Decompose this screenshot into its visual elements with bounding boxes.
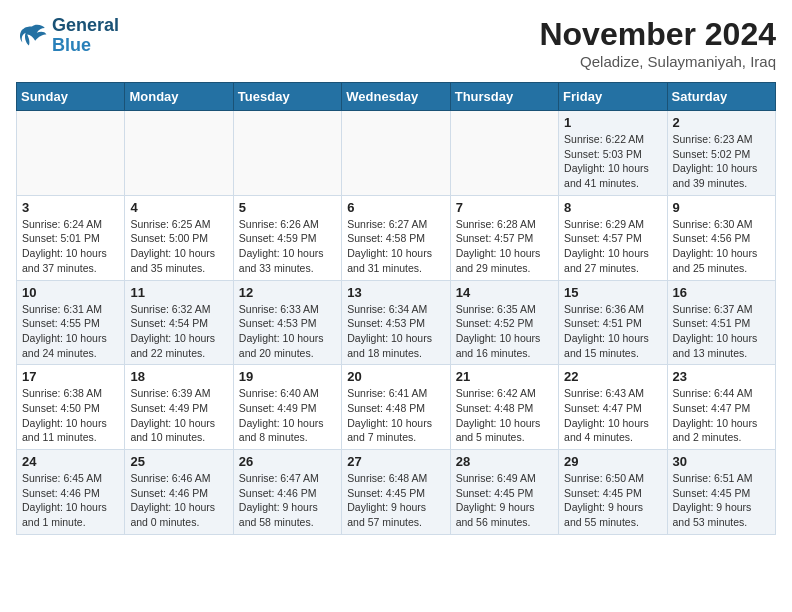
cell-detail: Sunrise: 6:47 AM Sunset: 4:46 PM Dayligh… (239, 471, 336, 530)
calendar-cell: 19Sunrise: 6:40 AM Sunset: 4:49 PM Dayli… (233, 365, 341, 450)
day-number: 29 (564, 454, 661, 469)
calendar-cell: 26Sunrise: 6:47 AM Sunset: 4:46 PM Dayli… (233, 450, 341, 535)
calendar-cell (233, 111, 341, 196)
calendar-cell (450, 111, 558, 196)
cell-detail: Sunrise: 6:27 AM Sunset: 4:58 PM Dayligh… (347, 217, 444, 276)
calendar-cell: 3Sunrise: 6:24 AM Sunset: 5:01 PM Daylig… (17, 195, 125, 280)
calendar-cell: 27Sunrise: 6:48 AM Sunset: 4:45 PM Dayli… (342, 450, 450, 535)
cell-detail: Sunrise: 6:32 AM Sunset: 4:54 PM Dayligh… (130, 302, 227, 361)
calendar-cell (125, 111, 233, 196)
calendar-cell: 8Sunrise: 6:29 AM Sunset: 4:57 PM Daylig… (559, 195, 667, 280)
day-number: 8 (564, 200, 661, 215)
cell-detail: Sunrise: 6:40 AM Sunset: 4:49 PM Dayligh… (239, 386, 336, 445)
cell-detail: Sunrise: 6:49 AM Sunset: 4:45 PM Dayligh… (456, 471, 553, 530)
calendar-cell: 7Sunrise: 6:28 AM Sunset: 4:57 PM Daylig… (450, 195, 558, 280)
calendar-cell: 20Sunrise: 6:41 AM Sunset: 4:48 PM Dayli… (342, 365, 450, 450)
day-number: 17 (22, 369, 119, 384)
day-number: 10 (22, 285, 119, 300)
calendar-cell: 11Sunrise: 6:32 AM Sunset: 4:54 PM Dayli… (125, 280, 233, 365)
cell-detail: Sunrise: 6:42 AM Sunset: 4:48 PM Dayligh… (456, 386, 553, 445)
calendar-cell: 16Sunrise: 6:37 AM Sunset: 4:51 PM Dayli… (667, 280, 775, 365)
day-number: 2 (673, 115, 770, 130)
day-number: 23 (673, 369, 770, 384)
calendar-cell (342, 111, 450, 196)
logo: General Blue (16, 16, 119, 56)
day-number: 14 (456, 285, 553, 300)
column-header-thursday: Thursday (450, 83, 558, 111)
day-number: 28 (456, 454, 553, 469)
cell-detail: Sunrise: 6:39 AM Sunset: 4:49 PM Dayligh… (130, 386, 227, 445)
logo-icon (16, 20, 48, 52)
cell-detail: Sunrise: 6:23 AM Sunset: 5:02 PM Dayligh… (673, 132, 770, 191)
day-number: 24 (22, 454, 119, 469)
cell-detail: Sunrise: 6:30 AM Sunset: 4:56 PM Dayligh… (673, 217, 770, 276)
cell-detail: Sunrise: 6:24 AM Sunset: 5:01 PM Dayligh… (22, 217, 119, 276)
column-header-tuesday: Tuesday (233, 83, 341, 111)
cell-detail: Sunrise: 6:44 AM Sunset: 4:47 PM Dayligh… (673, 386, 770, 445)
cell-detail: Sunrise: 6:34 AM Sunset: 4:53 PM Dayligh… (347, 302, 444, 361)
day-number: 18 (130, 369, 227, 384)
day-number: 1 (564, 115, 661, 130)
day-number: 13 (347, 285, 444, 300)
cell-detail: Sunrise: 6:36 AM Sunset: 4:51 PM Dayligh… (564, 302, 661, 361)
calendar-cell: 28Sunrise: 6:49 AM Sunset: 4:45 PM Dayli… (450, 450, 558, 535)
calendar-cell: 22Sunrise: 6:43 AM Sunset: 4:47 PM Dayli… (559, 365, 667, 450)
column-header-friday: Friday (559, 83, 667, 111)
calendar-cell: 9Sunrise: 6:30 AM Sunset: 4:56 PM Daylig… (667, 195, 775, 280)
calendar-cell: 1Sunrise: 6:22 AM Sunset: 5:03 PM Daylig… (559, 111, 667, 196)
cell-detail: Sunrise: 6:28 AM Sunset: 4:57 PM Dayligh… (456, 217, 553, 276)
day-number: 12 (239, 285, 336, 300)
calendar-cell: 13Sunrise: 6:34 AM Sunset: 4:53 PM Dayli… (342, 280, 450, 365)
calendar-cell: 15Sunrise: 6:36 AM Sunset: 4:51 PM Dayli… (559, 280, 667, 365)
day-number: 3 (22, 200, 119, 215)
cell-detail: Sunrise: 6:50 AM Sunset: 4:45 PM Dayligh… (564, 471, 661, 530)
day-number: 19 (239, 369, 336, 384)
calendar-cell: 12Sunrise: 6:33 AM Sunset: 4:53 PM Dayli… (233, 280, 341, 365)
week-row-4: 17Sunrise: 6:38 AM Sunset: 4:50 PM Dayli… (17, 365, 776, 450)
cell-detail: Sunrise: 6:41 AM Sunset: 4:48 PM Dayligh… (347, 386, 444, 445)
cell-detail: Sunrise: 6:35 AM Sunset: 4:52 PM Dayligh… (456, 302, 553, 361)
calendar-cell: 17Sunrise: 6:38 AM Sunset: 4:50 PM Dayli… (17, 365, 125, 450)
calendar-cell: 10Sunrise: 6:31 AM Sunset: 4:55 PM Dayli… (17, 280, 125, 365)
column-header-saturday: Saturday (667, 83, 775, 111)
calendar-cell: 4Sunrise: 6:25 AM Sunset: 5:00 PM Daylig… (125, 195, 233, 280)
calendar-cell: 5Sunrise: 6:26 AM Sunset: 4:59 PM Daylig… (233, 195, 341, 280)
cell-detail: Sunrise: 6:46 AM Sunset: 4:46 PM Dayligh… (130, 471, 227, 530)
calendar-table: SundayMondayTuesdayWednesdayThursdayFrid… (16, 82, 776, 535)
calendar-cell (17, 111, 125, 196)
cell-detail: Sunrise: 6:25 AM Sunset: 5:00 PM Dayligh… (130, 217, 227, 276)
column-header-sunday: Sunday (17, 83, 125, 111)
calendar-cell: 18Sunrise: 6:39 AM Sunset: 4:49 PM Dayli… (125, 365, 233, 450)
day-number: 5 (239, 200, 336, 215)
day-number: 30 (673, 454, 770, 469)
day-number: 9 (673, 200, 770, 215)
day-number: 26 (239, 454, 336, 469)
cell-detail: Sunrise: 6:26 AM Sunset: 4:59 PM Dayligh… (239, 217, 336, 276)
cell-detail: Sunrise: 6:51 AM Sunset: 4:45 PM Dayligh… (673, 471, 770, 530)
location: Qeladize, Sulaymaniyah, Iraq (539, 53, 776, 70)
calendar-cell: 23Sunrise: 6:44 AM Sunset: 4:47 PM Dayli… (667, 365, 775, 450)
calendar-cell: 14Sunrise: 6:35 AM Sunset: 4:52 PM Dayli… (450, 280, 558, 365)
column-header-monday: Monday (125, 83, 233, 111)
cell-detail: Sunrise: 6:48 AM Sunset: 4:45 PM Dayligh… (347, 471, 444, 530)
cell-detail: Sunrise: 6:37 AM Sunset: 4:51 PM Dayligh… (673, 302, 770, 361)
day-number: 15 (564, 285, 661, 300)
calendar-cell: 30Sunrise: 6:51 AM Sunset: 4:45 PM Dayli… (667, 450, 775, 535)
day-number: 25 (130, 454, 227, 469)
page-header: General Blue November 2024 Qeladize, Sul… (16, 16, 776, 70)
header-row: SundayMondayTuesdayWednesdayThursdayFrid… (17, 83, 776, 111)
title-area: November 2024 Qeladize, Sulaymaniyah, Ir… (539, 16, 776, 70)
cell-detail: Sunrise: 6:31 AM Sunset: 4:55 PM Dayligh… (22, 302, 119, 361)
logo-text: General Blue (52, 16, 119, 56)
cell-detail: Sunrise: 6:33 AM Sunset: 4:53 PM Dayligh… (239, 302, 336, 361)
day-number: 7 (456, 200, 553, 215)
calendar-cell: 25Sunrise: 6:46 AM Sunset: 4:46 PM Dayli… (125, 450, 233, 535)
calendar-cell: 24Sunrise: 6:45 AM Sunset: 4:46 PM Dayli… (17, 450, 125, 535)
cell-detail: Sunrise: 6:29 AM Sunset: 4:57 PM Dayligh… (564, 217, 661, 276)
calendar-cell: 2Sunrise: 6:23 AM Sunset: 5:02 PM Daylig… (667, 111, 775, 196)
day-number: 21 (456, 369, 553, 384)
day-number: 27 (347, 454, 444, 469)
day-number: 11 (130, 285, 227, 300)
calendar-cell: 29Sunrise: 6:50 AM Sunset: 4:45 PM Dayli… (559, 450, 667, 535)
day-number: 22 (564, 369, 661, 384)
